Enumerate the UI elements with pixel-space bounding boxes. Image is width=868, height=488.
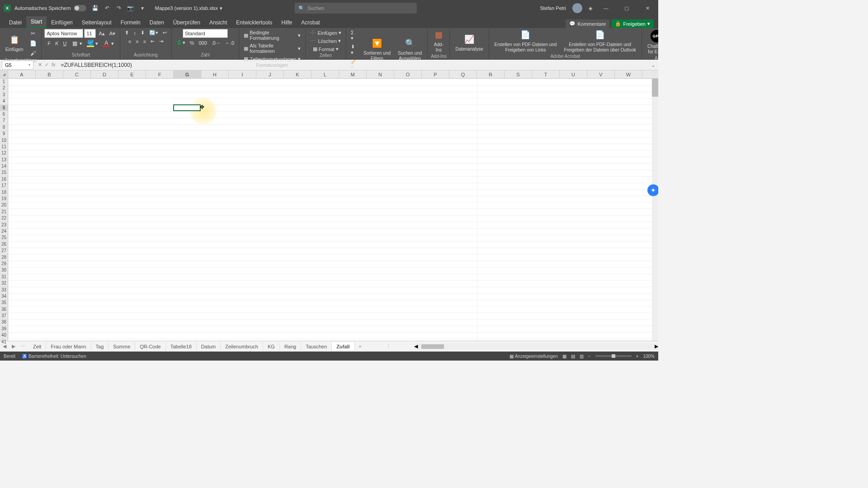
sheet-tab[interactable]: Datum — [197, 343, 221, 351]
zoom-out-button[interactable]: − — [588, 354, 591, 359]
view-pagebreak-icon[interactable]: ▥ — [580, 354, 584, 359]
sheet-tab[interactable]: Rang — [280, 343, 301, 351]
thousands-button[interactable]: 000 — [197, 39, 208, 47]
tab-hilfe[interactable]: Hilfe — [277, 17, 297, 28]
pdf-outlook-button[interactable]: 📄Erstellen von PDF-Dateien und Freigeben… — [561, 29, 639, 54]
tab-acrobat[interactable]: Acrobat — [297, 17, 324, 28]
close-button[interactable]: ✕ — [640, 2, 655, 14]
kommentare-button[interactable]: 💬 Kommentare — [566, 19, 609, 28]
tab-datei[interactable]: Datei — [5, 17, 26, 28]
col-header-F[interactable]: F — [146, 70, 174, 78]
row-header-13[interactable]: 13 — [0, 157, 8, 163]
shrink-font-button[interactable]: A▾ — [108, 29, 117, 38]
enter-formula-icon[interactable]: ✓ — [45, 62, 49, 68]
row-header-18[interactable]: 18 — [0, 189, 8, 196]
col-header-B[interactable]: B — [36, 70, 63, 78]
row-header-39[interactable]: 39 — [0, 326, 8, 332]
col-header-L[interactable]: L — [311, 70, 339, 78]
pdf-links-button[interactable]: 📄Erstellen von PDF-Dateien und Freigeben… — [492, 29, 560, 54]
number-format-select[interactable] — [183, 29, 228, 38]
sheet-tab[interactable]: Zeit — [28, 343, 46, 351]
col-header-E[interactable]: E — [118, 70, 146, 78]
indent-inc-button[interactable]: ⇥ — [157, 38, 165, 45]
tab-ueberpruefen[interactable]: Überprüfen — [169, 17, 205, 28]
selected-cell[interactable] — [173, 104, 201, 111]
insert-cells-button[interactable]: ➕ Einfügen ▾ — [308, 29, 343, 37]
col-header-V[interactable]: V — [587, 70, 615, 78]
row-header-32[interactable]: 32 — [0, 280, 8, 286]
sheet-tab[interactable]: Summe — [108, 343, 135, 351]
save-icon[interactable]: 💾 — [92, 5, 99, 12]
row-header-22[interactable]: 22 — [0, 215, 8, 221]
sheet-tab[interactable]: Tabelle18 — [166, 343, 197, 351]
percent-button[interactable]: % — [188, 39, 196, 47]
tab-ansicht[interactable]: Ansicht — [205, 17, 231, 28]
sheet-tab[interactable]: Tauschen — [301, 343, 332, 351]
formula-input[interactable]: =ZUFALLSBEREICH(1;1000) — [58, 62, 648, 68]
format-as-table-button[interactable]: ▦ Als Tabelle formatieren ▾ — [242, 42, 302, 55]
format-painter-button[interactable]: 🖌 — [28, 49, 38, 58]
italic-button[interactable]: K — [53, 39, 60, 48]
row-header-11[interactable]: 11 — [0, 144, 8, 150]
tab-seitenlayout[interactable]: Seitenlayout — [77, 17, 116, 28]
inc-decimal-button[interactable]: .0→ — [210, 39, 222, 47]
col-header-I[interactable]: I — [229, 70, 256, 78]
tab-einfuegen[interactable]: Einfügen — [47, 17, 77, 28]
tab-daten[interactable]: Daten — [145, 17, 169, 28]
sheet-tab[interactable]: Zufall — [332, 343, 354, 351]
vscroll-thumb[interactable] — [652, 79, 658, 97]
col-header-S[interactable]: S — [505, 70, 532, 78]
sheet-tab[interactable]: Zeilenumbruch — [221, 343, 263, 351]
redo-icon[interactable]: ↷ — [115, 5, 123, 12]
row-header-26[interactable]: 26 — [0, 241, 8, 248]
wrap-text-button[interactable]: ↩ — [161, 29, 169, 37]
row-header-20[interactable]: 20 — [0, 202, 8, 208]
freigeben-button[interactable]: 🔒 Freigeben ▾ — [611, 19, 654, 28]
cell-area[interactable]: ✥ — [8, 79, 658, 341]
row-header-33[interactable]: 33 — [0, 287, 8, 293]
format-cells-button[interactable]: ▦ Format ▾ — [311, 45, 340, 53]
row-header-31[interactable]: 31 — [0, 274, 8, 280]
col-header-O[interactable]: O — [394, 70, 422, 78]
col-header-P[interactable]: P — [422, 70, 449, 78]
col-header-H[interactable]: H — [201, 70, 229, 78]
new-sheet-button[interactable]: ＋ — [355, 343, 365, 350]
tab-formeln[interactable]: Formeln — [116, 17, 145, 28]
row-header-30[interactable]: 30 — [0, 267, 8, 273]
sheet-tab[interactable]: KG — [263, 343, 280, 351]
col-header-U[interactable]: U — [560, 70, 587, 78]
expand-formula-icon[interactable]: ⌄ — [648, 62, 658, 68]
font-name-select[interactable] — [44, 29, 83, 38]
zoom-level[interactable]: 100% — [643, 354, 655, 359]
minimize-button[interactable]: — — [599, 2, 613, 14]
row-header-2[interactable]: 2 — [0, 85, 8, 91]
fill-button[interactable]: ⬇ ▾ — [349, 43, 359, 56]
col-header-C[interactable]: C — [63, 70, 91, 78]
vertical-scrollbar[interactable] — [652, 79, 658, 341]
sheet-tab[interactable]: Frau oder Mann — [46, 343, 91, 351]
row-header-10[interactable]: 10 — [0, 137, 8, 144]
row-header-3[interactable]: 3 — [0, 92, 8, 98]
user-avatar[interactable] — [572, 3, 582, 13]
col-header-A[interactable]: A — [8, 70, 36, 78]
sheet-nav-more[interactable]: ⋯ — [18, 343, 28, 349]
row-header-5[interactable]: 5 — [0, 105, 8, 111]
undo-icon[interactable]: ↶ — [104, 5, 111, 12]
align-bot-button[interactable]: ⬇ — [139, 29, 146, 37]
row-header-40[interactable]: 40 — [0, 332, 8, 338]
row-header-34[interactable]: 34 — [0, 293, 8, 300]
underline-button[interactable]: U — [61, 39, 68, 48]
col-header-K[interactable]: K — [284, 70, 311, 78]
tab-entwicklertools[interactable]: Entwicklertools — [231, 17, 277, 28]
align-top-button[interactable]: ⬆ — [123, 29, 131, 37]
find-select-button[interactable]: 🔍Suchen und Auswählen — [395, 38, 425, 62]
row-header-29[interactable]: 29 — [0, 261, 8, 267]
col-header-T[interactable]: T — [532, 70, 560, 78]
sheet-tab[interactable]: Tag — [91, 343, 109, 351]
row-header-37[interactable]: 37 — [0, 313, 8, 319]
align-mid-button[interactable]: ↕ — [132, 29, 138, 37]
font-size-select[interactable] — [84, 29, 96, 38]
tab-split-icon[interactable]: ⋮ — [383, 343, 394, 349]
col-header-M[interactable]: M — [339, 70, 367, 78]
conditional-formatting-button[interactable]: ▦ Bedingte Formatierung ▾ — [242, 29, 302, 42]
